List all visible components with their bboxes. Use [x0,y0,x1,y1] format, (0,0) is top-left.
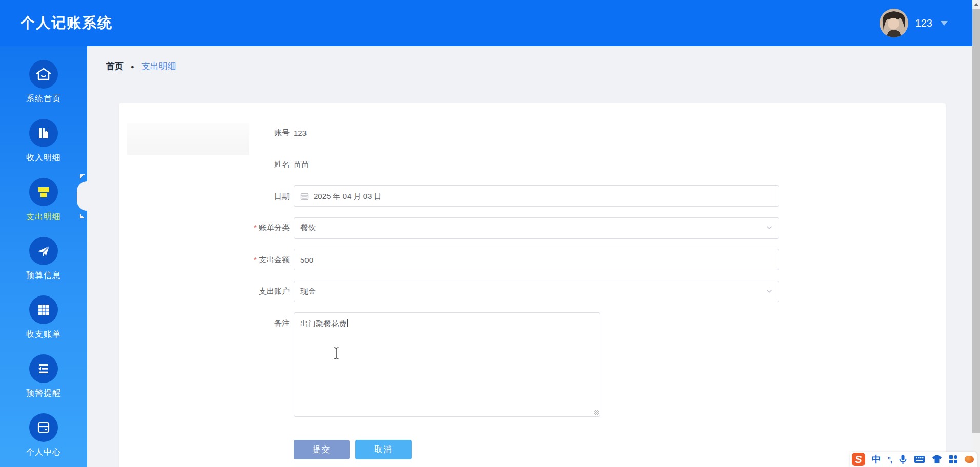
shop-icon [35,184,52,200]
form-row-name: 姓名 苗苗 [119,154,946,175]
required-mark: * [254,255,257,264]
account-type-label: 支出账户 [119,281,290,302]
emoji-icon[interactable] [965,456,974,463]
breadcrumb-current[interactable]: 支出明细 [141,60,176,72]
sidebar-item-label: 个人中心 [26,447,61,458]
sidebar-item-label: 预警提醒 [26,388,61,399]
paper-plane-icon [36,243,51,259]
form-row-category: *账单分类 餐饮 [119,217,946,239]
remarks-textarea[interactable]: 出门聚餐花费 [294,312,600,417]
sidebar-item-label: 预算信息 [26,270,61,281]
active-item-notch [77,181,87,211]
sidebar-item-expense[interactable]: 支出明细 [0,178,87,237]
home-icon [35,66,52,82]
remarks-value: 出门聚餐花费 [300,319,346,328]
app-window: 个人记账系统 123 系统首页 [0,0,980,467]
expense-form-card: 账号 123 姓名 苗苗 日期 [119,103,946,467]
form-row-account-type: 支出账户 现金 [119,281,946,302]
breadcrumb: 首页 ● 支出明细 [106,60,176,72]
sidebar-item-profile[interactable]: 个人中心 [0,413,87,467]
avatar[interactable] [880,9,908,37]
breadcrumb-home[interactable]: 首页 [106,60,124,72]
main-content: 首页 ● 支出明细 账号 123 姓名 苗苗 日期 [87,46,972,467]
app-header: 个人记账系统 123 [0,0,972,46]
text-caret [347,319,348,327]
calendar-icon [300,192,309,200]
category-label: *账单分类 [119,217,290,239]
form-row-remarks: 备注 出门聚餐花费 [119,312,946,417]
sidebar-nav: 系统首页 收入明细 支出明细 [0,46,87,467]
submit-button[interactable]: 提交 [294,440,350,459]
resize-handle[interactable] [594,410,599,415]
account-type-value: 现金 [300,287,766,296]
sidebar-item-bills[interactable]: 收支账单 [0,295,87,354]
sidebar-item-income[interactable]: 收入明细 [0,119,87,178]
alert-list-icon [36,361,51,376]
punctuation-icon[interactable]: °, [888,455,892,464]
account-type-select[interactable]: 现金 [294,281,779,302]
remarks-label: 备注 [119,312,290,334]
sidebar-item-alerts[interactable]: 预警提醒 [0,354,87,413]
category-value: 餐饮 [300,223,766,233]
sidebar-item-label: 收入明细 [26,153,61,163]
date-picker-field[interactable]: 2025 年 04 月 03 日 [294,185,779,207]
ime-toolbar: S 中 °, [850,452,977,467]
amount-label: *支出金额 [119,249,290,270]
category-select[interactable]: 餐饮 [294,217,779,239]
scrollbar-thumb[interactable] [972,9,980,433]
breadcrumb-separator: ● [131,63,134,70]
sogou-logo-icon[interactable]: S [852,453,865,466]
name-label: 姓名 [119,154,290,175]
chevron-down-icon [766,225,772,231]
cancel-button[interactable]: 取消 [355,440,412,459]
user-menu[interactable]: 123 [880,9,948,37]
account-value: 123 [294,129,307,137]
expense-form: 账号 123 姓名 苗苗 日期 [119,103,946,459]
skin-icon[interactable] [932,455,942,464]
username-label: 123 [915,17,932,29]
sidebar-item-label: 系统首页 [26,94,61,104]
profile-card-icon [36,420,51,435]
required-mark: * [254,223,257,232]
sidebar-item-budget[interactable]: 预算信息 [0,237,87,295]
name-value: 苗苗 [294,160,309,169]
form-row-date: 日期 2025 年 04 月 03 日 [119,185,946,207]
sidebar-item-label: 支出明细 [26,211,61,222]
scroll-up-button[interactable] [972,0,980,9]
account-label: 账号 [119,122,290,143]
microphone-icon[interactable] [899,454,907,464]
ledger-icon [36,125,51,141]
amount-value: 500 [300,256,772,264]
sidebar-item-label: 收支账单 [26,329,61,340]
date-label: 日期 [119,185,290,207]
chevron-down-icon [941,21,948,26]
form-actions: 提交 取消 [294,440,946,459]
form-row-account: 账号 123 [119,122,946,143]
avatar-image [880,9,908,37]
chinese-mode-icon[interactable]: 中 [872,453,881,465]
sidebar-item-home[interactable]: 系统首页 [0,60,87,119]
chevron-down-icon [766,288,772,294]
form-row-amount: *支出金额 500 [119,249,946,270]
scrollbar[interactable] [972,0,980,467]
keyboard-icon[interactable] [914,455,925,463]
app-title: 个人记账系统 [21,13,113,33]
ibeam-cursor [333,347,339,359]
date-value: 2025 年 04 月 03 日 [314,192,772,201]
grid-icon [36,303,51,317]
toolbox-icon[interactable] [949,455,958,464]
amount-input[interactable]: 500 [294,249,779,270]
